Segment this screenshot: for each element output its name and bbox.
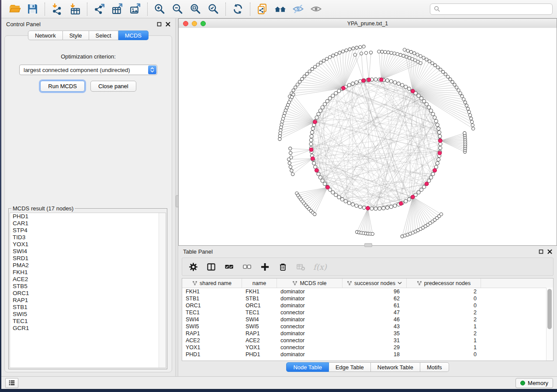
toolbar-separator: [225, 3, 226, 16]
zoom-fit-button[interactable]: [187, 1, 204, 17]
tab-motifs[interactable]: Motifs: [420, 362, 449, 372]
column-label: shared name: [200, 280, 232, 286]
tab-edge-table[interactable]: Edge Table: [329, 362, 371, 372]
table-row[interactable]: STB1STB1dominator620: [182, 295, 553, 302]
hide-selected-button[interactable]: [289, 1, 307, 17]
zoom-in-button[interactable]: [151, 1, 169, 17]
duplicate-network-button[interactable]: [253, 1, 271, 17]
optimization-dropdown[interactable]: largest connected component (undirected): [19, 65, 157, 75]
mcds-list-scrollbar[interactable]: [159, 213, 166, 368]
import-table-button[interactable]: [66, 1, 84, 17]
select-all-rows-button[interactable]: [224, 261, 234, 272]
tab-node-table[interactable]: Node Table: [286, 362, 329, 372]
close-panel-button[interactable]: Close panel: [90, 81, 136, 92]
table-cell: connector: [277, 337, 343, 344]
import-network-button[interactable]: [48, 1, 66, 17]
right-column: YPA_prune.txt_1 Table Panel f(x) shared …: [178, 18, 557, 376]
export-network-button[interactable]: [90, 1, 108, 17]
open-file-button[interactable]: [6, 1, 24, 17]
export-table-button[interactable]: [108, 1, 126, 17]
table-scrollbar-thumb[interactable]: [547, 289, 552, 329]
show-all-button[interactable]: [307, 1, 325, 17]
network-canvas[interactable]: [179, 28, 557, 245]
mcds-result-item[interactable]: SWI5: [10, 311, 166, 318]
add-column-button[interactable]: [259, 261, 270, 272]
control-panel-title: Control Panel: [6, 21, 41, 28]
minimize-window-icon[interactable]: [192, 21, 197, 26]
tab-network-table[interactable]: Network Table: [371, 362, 420, 372]
memory-button[interactable]: Memory: [515, 378, 553, 388]
mcds-result-item[interactable]: STP4: [10, 227, 166, 234]
delete-column-button[interactable]: [277, 261, 288, 272]
mcds-result-item[interactable]: TID3: [10, 234, 166, 241]
table-cell: SWI5: [182, 323, 242, 330]
column-selector-button[interactable]: [206, 261, 216, 272]
mcds-result-item[interactable]: YOX1: [10, 241, 166, 248]
network-graph[interactable]: [179, 28, 557, 245]
table-cell: 96: [343, 289, 407, 295]
table-cell: SWI5: [242, 323, 277, 330]
column-header-shared-name[interactable]: shared name: [182, 279, 242, 288]
table-row[interactable]: TEC1TEC1connector472: [182, 309, 553, 316]
table-row[interactable]: ORC1ORC1dominator610: [182, 302, 553, 309]
mcds-result-item[interactable]: RAP1: [10, 297, 166, 304]
mcds-result-item[interactable]: STB5: [10, 283, 166, 290]
search-box[interactable]: [430, 3, 553, 15]
float-table-panel-icon[interactable]: [539, 249, 543, 254]
mcds-result-item[interactable]: ACE2: [10, 276, 166, 283]
show-panels-list-button[interactable]: [5, 378, 18, 388]
table-panel-header: Table Panel: [178, 246, 557, 257]
mcds-result-item[interactable]: PHD1: [10, 213, 166, 220]
float-panel-icon[interactable]: [157, 22, 162, 27]
mcds-result-item[interactable]: ORC1: [10, 290, 166, 297]
table-row[interactable]: ACE2ACE2connector311: [182, 337, 553, 344]
zoom-out-button[interactable]: [169, 1, 187, 17]
tab-network[interactable]: Network: [28, 31, 63, 40]
maximize-window-icon[interactable]: [201, 21, 206, 26]
column-header-successor-nodes[interactable]: successor nodes: [343, 279, 407, 288]
close-panel-icon[interactable]: [166, 22, 170, 27]
mcds-result-item[interactable]: GCR1: [10, 325, 166, 332]
mcds-result-item[interactable]: STB1: [10, 304, 166, 311]
mcds-result-item[interactable]: TEC1: [10, 318, 166, 325]
panel-splitter[interactable]: [175, 18, 178, 376]
table-row[interactable]: SWI4SWI4dominator462: [182, 316, 553, 323]
mcds-result-item[interactable]: FKH1: [10, 269, 166, 276]
refresh-layout-button[interactable]: [229, 1, 247, 17]
tab-select[interactable]: Select: [89, 31, 118, 40]
control-panel-header: Control Panel: [1, 18, 175, 30]
close-window-icon[interactable]: [183, 21, 188, 26]
first-neighbors-button[interactable]: [271, 1, 289, 17]
table-cell: dominator: [277, 316, 343, 323]
run-mcds-button[interactable]: Run MCDS: [40, 81, 85, 92]
table-scrollbar[interactable]: [546, 288, 553, 361]
deselect-all-rows-button[interactable]: [242, 261, 252, 272]
horizontal-splitter-handle[interactable]: [364, 243, 372, 247]
zoom-fit-icon: [190, 3, 201, 15]
table-row[interactable]: SWI5SWI5connector431: [182, 323, 553, 330]
column-header-MCDS-role[interactable]: MCDS role: [277, 279, 343, 288]
table-toolbar: f(x): [182, 258, 554, 276]
table-row[interactable]: FKH1FKH1dominator962: [182, 288, 553, 295]
hide-selected-icon: [292, 3, 304, 15]
tab-mcds[interactable]: MCDS: [118, 31, 149, 40]
tab-style[interactable]: Style: [63, 31, 89, 40]
refresh-layout-icon: [232, 3, 244, 15]
save-session-button[interactable]: [24, 1, 42, 17]
mcds-result-item[interactable]: CAR1: [10, 220, 166, 227]
table-row[interactable]: RAP1RAP1dominator352: [182, 330, 553, 337]
mcds-result-item[interactable]: PMA2: [10, 262, 166, 269]
close-table-panel-icon[interactable]: [547, 249, 552, 254]
table-row[interactable]: YOX1YOX1connector291: [182, 344, 553, 351]
export-image-button[interactable]: [126, 1, 144, 17]
network-titlebar[interactable]: YPA_prune.txt_1: [179, 19, 557, 28]
mcds-result-item[interactable]: SWI4: [10, 248, 166, 255]
column-header-predecessor-nodes[interactable]: predecessor nodes: [407, 279, 481, 288]
table-row[interactable]: PHD1PHD1dominator180: [182, 351, 553, 358]
search-input[interactable]: [443, 5, 549, 13]
first-neighbors-icon: [274, 3, 286, 15]
settings-gear-button[interactable]: [188, 261, 198, 272]
mcds-result-item[interactable]: SRD1: [10, 255, 166, 262]
column-header-name[interactable]: name: [242, 279, 277, 288]
zoom-selected-button[interactable]: [204, 1, 222, 17]
